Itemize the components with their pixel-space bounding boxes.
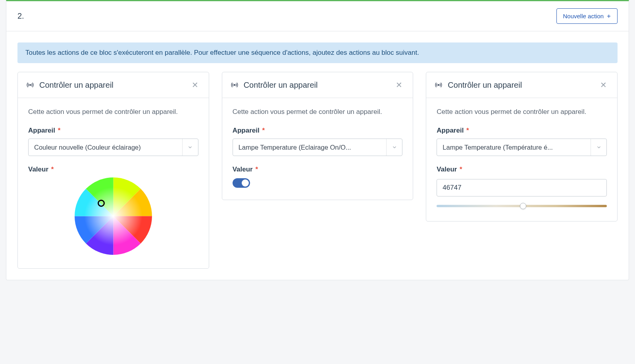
device-select[interactable]: Lampe Temperature (Eclairage On/O... [233, 139, 403, 156]
cards-row: Contrôler un appareil ✕ Cette action vou… [17, 72, 618, 269]
card-header: Contrôler un appareil ✕ [18, 72, 209, 98]
block-header: 2. Nouvelle action + [6, 1, 629, 31]
block-content: Toutes les actions de ce bloc s'exécuter… [6, 31, 629, 280]
toggle-switch[interactable] [233, 178, 250, 188]
select-value: Lampe Temperature (Température é... [437, 144, 591, 151]
broadcast-icon [231, 81, 238, 89]
value-label: Valeur * [28, 166, 198, 173]
value-input[interactable] [437, 179, 607, 196]
card-header: Contrôler un appareil ✕ [222, 72, 413, 98]
broadcast-icon [27, 81, 34, 89]
card-description: Cette action vous permet de contrôler un… [233, 107, 403, 117]
required-marker: * [260, 127, 265, 134]
info-banner: Toutes les actions de ce bloc s'exécuter… [17, 42, 618, 63]
select-value: Couleur nouvelle (Couleur éclairage) [29, 144, 182, 151]
card-description: Cette action vous permet de contrôler un… [28, 107, 198, 117]
close-icon[interactable]: ✕ [394, 79, 404, 91]
device-select[interactable]: Lampe Temperature (Température é... [437, 139, 607, 156]
card-title: Contrôler un appareil [448, 81, 522, 90]
action-block-container: 2. Nouvelle action + Toutes les actions … [6, 0, 629, 280]
device-label: Appareil * [233, 127, 403, 135]
value-label: Valeur * [437, 166, 607, 173]
required-marker: * [254, 166, 258, 173]
card-title-wrap: Contrôler un appareil [231, 81, 318, 90]
svg-point-1 [75, 177, 152, 255]
plus-icon: + [607, 13, 611, 19]
color-wheel[interactable] [75, 177, 152, 256]
value-label: Valeur * [233, 166, 403, 173]
color-wheel-wrap [28, 177, 198, 256]
card-title-wrap: Contrôler un appareil [435, 81, 522, 90]
chevron-down-icon [386, 139, 402, 156]
action-card: Contrôler un appareil ✕ Cette action vou… [17, 72, 209, 269]
svg-point-3 [438, 85, 439, 86]
broadcast-icon [435, 81, 442, 89]
toggle-knob [242, 179, 249, 187]
card-title: Contrôler un appareil [244, 81, 318, 90]
new-action-button[interactable]: Nouvelle action + [556, 8, 618, 24]
required-marker: * [49, 166, 54, 173]
card-body: Cette action vous permet de contrôler un… [222, 98, 413, 200]
svg-point-0 [30, 85, 31, 86]
chevron-down-icon [591, 139, 606, 156]
select-value: Lampe Temperature (Eclairage On/O... [233, 144, 387, 151]
device-label: Appareil * [437, 127, 607, 135]
step-number: 2. [17, 12, 24, 21]
card-body: Cette action vous permet de contrôler un… [426, 98, 617, 221]
slider-thumb[interactable] [520, 203, 526, 209]
device-select[interactable]: Couleur nouvelle (Couleur éclairage) [28, 139, 198, 156]
new-action-label: Nouvelle action [563, 13, 604, 19]
card-body: Cette action vous permet de contrôler un… [18, 98, 209, 268]
required-marker: * [458, 166, 462, 173]
card-header: Contrôler un appareil ✕ [426, 72, 617, 98]
close-icon[interactable]: ✕ [190, 79, 200, 91]
device-label: Appareil * [28, 127, 198, 135]
chevron-down-icon [182, 139, 198, 156]
svg-point-2 [234, 85, 235, 86]
action-card: Contrôler un appareil ✕ Cette action vou… [222, 72, 414, 200]
close-icon[interactable]: ✕ [598, 79, 608, 91]
required-marker: * [56, 127, 60, 134]
temperature-slider[interactable] [437, 203, 607, 209]
action-card: Contrôler un appareil ✕ Cette action vou… [426, 72, 618, 221]
card-title-wrap: Contrôler un appareil [27, 81, 114, 90]
card-title: Contrôler un appareil [39, 81, 114, 90]
required-marker: * [464, 127, 469, 134]
card-description: Cette action vous permet de contrôler un… [437, 107, 607, 117]
